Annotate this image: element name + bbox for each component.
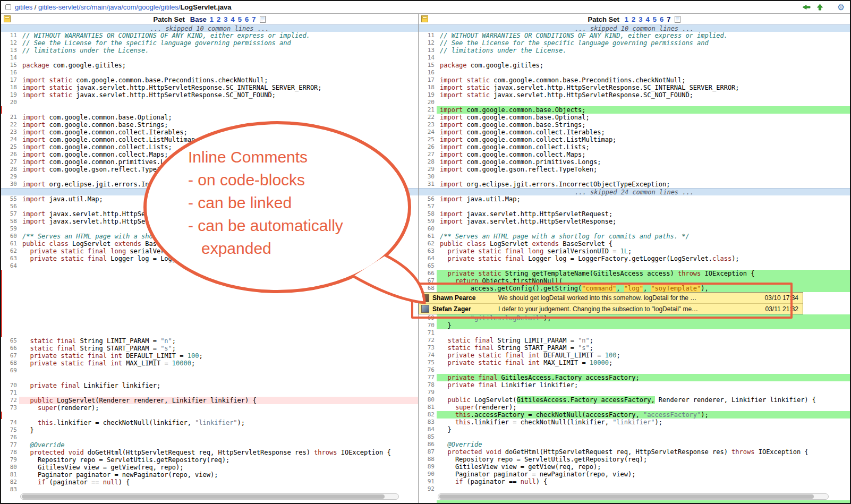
line-number[interactable]: 23 xyxy=(3,129,19,136)
line-number[interactable]: 56 xyxy=(421,195,437,203)
line-number[interactable]: 16 xyxy=(3,69,19,76)
line-number[interactable]: 69 xyxy=(3,367,19,374)
line-number[interactable]: 67 xyxy=(3,352,19,360)
line-number[interactable]: 75 xyxy=(3,426,19,434)
line-number[interactable]: 83 xyxy=(421,418,437,426)
line-number[interactable]: 63 xyxy=(421,247,437,255)
skipped-lines-banner[interactable]: ... skipped 24 common lines ... xyxy=(419,188,850,195)
patchset-link-3[interactable]: 3 xyxy=(224,15,227,23)
line-number[interactable]: 23 xyxy=(421,121,437,129)
line-number[interactable]: 88 xyxy=(421,456,437,463)
line-number[interactable]: 69 xyxy=(421,314,437,322)
line-number[interactable]: 13 xyxy=(421,47,437,54)
line-number[interactable]: 19 xyxy=(421,91,437,99)
line-number[interactable]: 89 xyxy=(421,463,437,471)
line-number[interactable]: 87 xyxy=(421,448,437,456)
line-number[interactable]: 55 xyxy=(3,195,19,203)
horizontal-scrollbar-left[interactable] xyxy=(20,493,399,500)
scrollbar-thumb[interactable] xyxy=(22,494,385,499)
up-to-change-icon[interactable] xyxy=(816,3,824,11)
line-number[interactable]: 78 xyxy=(3,449,19,456)
line-number[interactable]: 16 xyxy=(421,69,437,76)
line-number[interactable]: 19 xyxy=(3,91,19,99)
inline-comment[interactable]: Shawn PearceWe should get logDetail work… xyxy=(419,293,803,303)
line-number[interactable]: 26 xyxy=(421,143,437,151)
patchset-link-5[interactable]: 5 xyxy=(653,15,657,23)
patchset-link-6[interactable]: 6 xyxy=(660,15,663,23)
line-number[interactable]: 81 xyxy=(421,404,437,411)
line-number[interactable]: 26 xyxy=(3,151,19,158)
line-number[interactable]: 15 xyxy=(3,62,19,69)
patchset-link-7[interactable]: 7 xyxy=(252,15,256,23)
line-number[interactable]: 66 xyxy=(421,270,437,277)
line-number[interactable]: 76 xyxy=(421,366,437,374)
line-number[interactable]: 82 xyxy=(3,479,19,486)
line-number[interactable]: 84 xyxy=(421,426,437,433)
line-number[interactable]: 76 xyxy=(3,434,19,441)
line-number[interactable]: 31 xyxy=(421,181,437,188)
expand-file-icon[interactable] xyxy=(4,15,11,22)
line-number[interactable]: 29 xyxy=(421,166,437,173)
line-number[interactable]: 56 xyxy=(3,203,19,210)
line-number[interactable]: 74 xyxy=(421,352,437,359)
line-number[interactable]: 17 xyxy=(3,76,19,84)
line-number[interactable]: 66 xyxy=(3,345,19,352)
line-number[interactable]: 29 xyxy=(3,173,19,181)
line-number[interactable]: 12 xyxy=(3,39,19,47)
line-number[interactable]: 11 xyxy=(421,32,437,39)
line-number[interactable]: 92 xyxy=(421,485,437,493)
line-number[interactable]: 63 xyxy=(3,255,19,262)
line-number[interactable]: 79 xyxy=(3,456,19,464)
line-number[interactable]: 80 xyxy=(421,396,437,404)
line-number[interactable]: 58 xyxy=(3,218,19,225)
line-number[interactable]: 73 xyxy=(421,344,437,352)
line-number[interactable]: 18 xyxy=(3,84,19,91)
line-number[interactable]: 79 xyxy=(421,389,437,396)
inline-comment[interactable]: Stefan ZagerI defer to your judgement. C… xyxy=(419,303,803,314)
patchset-doc-icon[interactable] xyxy=(260,16,266,23)
settings-icon[interactable]: ⚙ xyxy=(837,3,845,12)
line-number[interactable]: 83 xyxy=(3,486,19,493)
line-number[interactable]: 62 xyxy=(3,247,19,255)
line-number[interactable]: 65 xyxy=(421,262,437,270)
line-number[interactable]: 30 xyxy=(3,181,19,188)
line-number[interactable]: 70 xyxy=(3,382,19,389)
patchset-link-2[interactable]: 2 xyxy=(632,15,635,23)
patchset-link-4[interactable]: 4 xyxy=(231,15,235,23)
horizontal-scrollbar-right[interactable] xyxy=(438,493,829,500)
line-number[interactable]: 90 xyxy=(421,471,437,478)
patchset-doc-icon[interactable] xyxy=(675,16,680,23)
scrollbar-thumb[interactable] xyxy=(439,494,814,499)
patchset-link-2[interactable]: 2 xyxy=(217,15,220,23)
line-number[interactable]: 27 xyxy=(3,158,19,166)
line-number[interactable]: 61 xyxy=(3,240,19,247)
line-number[interactable]: 21 xyxy=(421,106,437,114)
skipped-lines-banner[interactable]: ... skipped 10 common lines ... xyxy=(419,24,850,32)
line-number[interactable]: 80 xyxy=(3,464,19,471)
line-number[interactable]: 73 xyxy=(3,404,19,412)
patchset-link-base[interactable]: Base xyxy=(190,15,207,23)
line-number[interactable]: 61 xyxy=(421,233,437,240)
line-number[interactable]: 28 xyxy=(421,158,437,166)
line-number[interactable]: 25 xyxy=(421,136,437,143)
line-number[interactable]: 70 xyxy=(421,322,437,329)
line-number[interactable]: 72 xyxy=(421,337,437,344)
line-number[interactable]: 78 xyxy=(421,381,437,389)
line-number[interactable]: 86 xyxy=(421,441,437,448)
line-number[interactable]: 85 xyxy=(421,433,437,441)
line-number[interactable]: 59 xyxy=(421,218,437,225)
line-number[interactable]: 30 xyxy=(421,173,437,181)
line-number[interactable]: 60 xyxy=(421,225,437,233)
line-number[interactable]: 65 xyxy=(3,337,19,345)
line-number[interactable]: 71 xyxy=(421,329,437,337)
patchset-link-6[interactable]: 6 xyxy=(245,15,249,23)
line-number[interactable]: 17 xyxy=(421,76,437,84)
patchset-link-5[interactable]: 5 xyxy=(238,15,242,23)
breadcrumb-path-link[interactable]: gitiles-servlet/src/main/java/com/google… xyxy=(38,3,180,11)
line-number[interactable]: 77 xyxy=(3,441,19,449)
line-number[interactable]: 14 xyxy=(3,54,19,62)
line-number[interactable]: 91 xyxy=(421,478,437,485)
patchset-link-1[interactable]: 1 xyxy=(210,15,214,23)
line-number[interactable]: 59 xyxy=(3,225,19,233)
patchset-link-7[interactable]: 7 xyxy=(667,15,670,23)
